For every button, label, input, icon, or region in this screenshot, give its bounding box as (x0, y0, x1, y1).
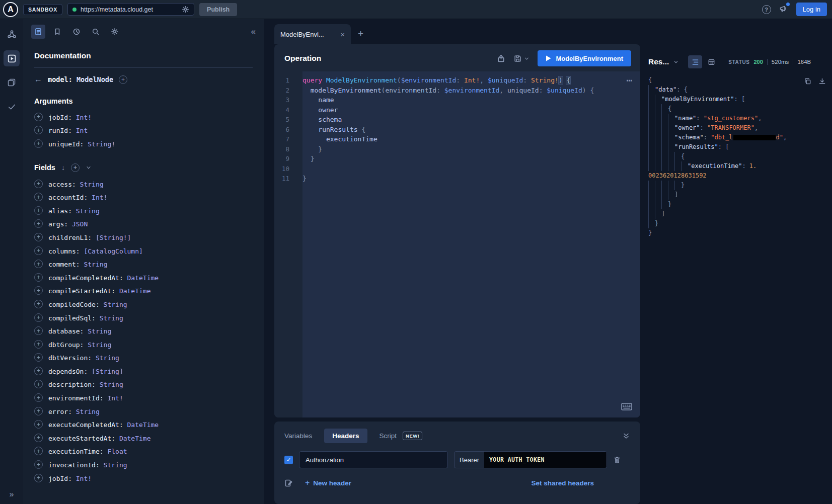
field-name[interactable]: runId: (48, 127, 72, 134)
field-name[interactable]: comment: (48, 261, 80, 268)
add-to-query-icon[interactable]: + (34, 393, 43, 402)
field-type[interactable]: Int! (72, 475, 92, 482)
add-to-query-icon[interactable]: + (34, 474, 43, 482)
field-name[interactable]: executeStartedAt: (48, 435, 115, 442)
field-text[interactable]: runId: Int (48, 125, 88, 135)
field-text[interactable]: jobId: Int! (48, 112, 92, 122)
field-type[interactable]: String (80, 261, 108, 268)
add-to-query-icon[interactable]: + (34, 206, 43, 215)
field-text[interactable]: compiledCode: String (48, 299, 127, 309)
collapse-panel-double-chevron-icon[interactable] (622, 432, 630, 440)
field-name[interactable]: dbtGroup: (48, 341, 84, 349)
tab-script[interactable]: Script (380, 432, 397, 440)
field-type[interactable]: String (76, 181, 104, 188)
field-type[interactable]: Float (104, 448, 127, 455)
help-icon[interactable]: ? (762, 5, 771, 14)
field-name[interactable]: childrenL1: (48, 234, 92, 241)
add-to-query-icon[interactable]: + (34, 407, 43, 415)
field-type[interactable]: [String!] (92, 234, 131, 241)
new-header-button[interactable]: + New header (305, 478, 351, 487)
editor-line[interactable]: 2 modelByEnvironment(environmentId: $env… (274, 86, 640, 96)
field-name[interactable]: accountId: (48, 194, 88, 201)
add-to-query-icon[interactable]: + (34, 286, 43, 295)
field-type[interactable]: String (72, 408, 100, 415)
editor-line[interactable]: 1query ModelByEnvironment($environmentId… (274, 75, 640, 86)
field-text[interactable]: compiledSql: String (48, 313, 123, 322)
auth-token-input[interactable] (484, 452, 607, 468)
rail-item-checks[interactable] (4, 99, 20, 115)
field-text[interactable]: childrenL1: [String!] (48, 232, 131, 242)
field-type[interactable]: String (96, 381, 123, 388)
field-text[interactable]: database: String (48, 326, 111, 335)
editor-line[interactable]: 8 } (274, 144, 640, 154)
add-type-to-query-icon[interactable]: + (119, 75, 127, 84)
add-to-query-icon[interactable]: + (34, 326, 43, 335)
field-text[interactable]: executeStartedAt: DateTime (48, 433, 151, 443)
field-name[interactable]: uniqueId: (48, 140, 84, 148)
add-to-query-icon[interactable]: + (34, 180, 43, 188)
tab-variables[interactable]: Variables (284, 432, 312, 440)
share-icon[interactable] (497, 54, 505, 63)
field-text[interactable]: access: String (48, 179, 104, 189)
add-to-query-icon[interactable]: + (34, 420, 43, 429)
sort-fields-icon[interactable]: ↓ (61, 163, 65, 172)
field-name[interactable]: columns: (48, 247, 80, 255)
delete-header-trash-icon[interactable] (613, 456, 621, 464)
collapse-docs-icon[interactable]: « (251, 27, 256, 37)
field-text[interactable]: jobId: Int! (48, 473, 92, 483)
field-text[interactable]: dependsOn: [String] (48, 366, 123, 376)
field-text[interactable]: compileStartedAt: DateTime (48, 286, 151, 295)
connection-settings-gear-icon[interactable] (182, 6, 189, 13)
field-name[interactable]: invocationId: (48, 461, 100, 469)
edit-headers-document-icon[interactable] (284, 479, 293, 487)
add-to-query-icon[interactable]: + (34, 313, 43, 322)
add-to-query-icon[interactable]: + (34, 193, 43, 201)
field-name[interactable]: executionTime: (48, 448, 104, 455)
run-operation-button[interactable]: ModelByEnvironment (538, 50, 631, 66)
field-name[interactable]: jobId: (48, 475, 72, 482)
add-to-query-icon[interactable]: + (34, 139, 43, 148)
field-text[interactable]: executionTime: Float (48, 446, 127, 456)
add-to-query-icon[interactable]: + (34, 300, 43, 308)
editor-line[interactable]: 9 } (274, 154, 640, 164)
field-text[interactable]: uniqueId: String! (48, 139, 115, 148)
add-to-query-icon[interactable]: + (34, 460, 43, 469)
add-to-query-icon[interactable]: + (34, 260, 43, 268)
docs-tab-documentation[interactable] (31, 25, 45, 39)
field-type[interactable]: String (72, 207, 100, 215)
field-name[interactable]: args: (48, 220, 68, 228)
field-name[interactable]: access: (48, 181, 76, 188)
field-name[interactable]: description: (48, 381, 96, 388)
field-text[interactable]: columns: [CatalogColumn] (48, 246, 143, 256)
rail-item-schema[interactable] (4, 26, 20, 42)
field-text[interactable]: compileCompletedAt: DateTime (48, 273, 159, 282)
add-to-query-icon[interactable]: + (34, 273, 43, 282)
field-type[interactable]: String (96, 314, 123, 322)
operation-tab[interactable]: ModelByEnvi... × (274, 24, 351, 44)
field-name[interactable]: compiledCode: (48, 301, 100, 308)
keyboard-shortcuts-icon[interactable] (621, 403, 632, 410)
field-name[interactable]: compileStartedAt: (48, 287, 115, 295)
expand-rail-icon[interactable]: » (10, 490, 14, 499)
editor-line[interactable]: 4 owner (274, 105, 640, 115)
field-type[interactable]: Int! (104, 394, 123, 402)
rail-item-collections[interactable] (4, 74, 20, 91)
endpoint-url-input[interactable]: https://metadata.cloud.get (67, 3, 194, 16)
table-view-button[interactable] (704, 55, 718, 68)
field-type[interactable]: String! (84, 140, 115, 148)
formatted-view-button[interactable] (688, 55, 702, 68)
add-to-query-icon[interactable]: + (34, 447, 43, 455)
field-text[interactable]: environmentId: Int! (48, 393, 123, 402)
field-name[interactable]: database: (48, 327, 84, 335)
field-text[interactable]: dbtVersion: String (48, 353, 119, 362)
field-name[interactable]: executeCompletedAt: (48, 421, 123, 429)
field-name[interactable]: error: (48, 408, 72, 415)
copy-response-icon[interactable] (804, 77, 811, 85)
field-type[interactable]: [CatalogColumn] (80, 247, 143, 255)
save-operation-group[interactable] (513, 54, 530, 63)
field-type[interactable]: String (100, 301, 127, 308)
field-text[interactable]: alias: String (48, 206, 100, 215)
docs-tab-search[interactable] (89, 25, 103, 39)
add-to-query-icon[interactable]: + (34, 367, 43, 375)
field-name[interactable]: jobId: (48, 114, 72, 121)
